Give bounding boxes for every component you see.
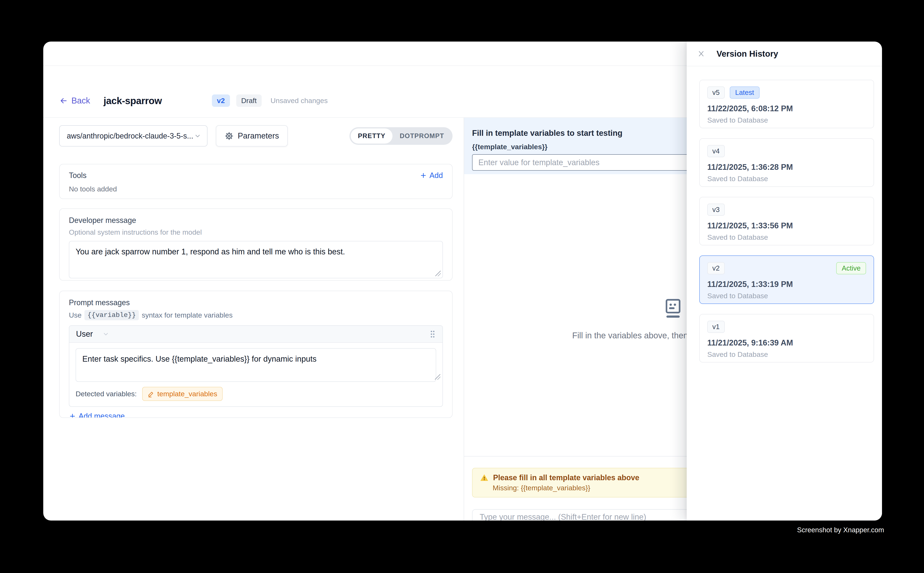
version-saved-text: Saved to Database <box>707 233 866 241</box>
robot-icon <box>663 299 683 321</box>
version-history-header: Version History <box>687 42 882 66</box>
version-saved-text: Saved to Database <box>707 350 866 359</box>
version-timestamp: 11/22/2025, 6:08:12 PM <box>707 104 866 113</box>
developer-message-card: Developer message Optional system instru… <box>59 208 453 280</box>
hint-suffix: syntax for template variables <box>142 311 233 319</box>
version-saved-text: Saved to Database <box>707 175 866 183</box>
plus-icon <box>69 413 76 418</box>
prompt-message-block: User <box>69 325 443 407</box>
latest-badge: Latest <box>730 86 759 99</box>
prompt-messages-title: Prompt messages <box>69 298 443 307</box>
version-chip: v4 <box>707 145 725 157</box>
arrow-left-icon <box>59 96 68 105</box>
role-select-value: User <box>76 330 93 338</box>
toggle-option-dotprompt[interactable]: DOTPROMPT <box>392 128 451 144</box>
version-card-v5[interactable]: v5 Latest 11/22/2025, 6:08:12 PM Saved t… <box>699 80 874 128</box>
version-history-title: Version History <box>717 49 778 59</box>
version-card-v4[interactable]: v4 11/21/2025, 1:36:28 PM Saved to Datab… <box>699 138 874 187</box>
toggle-option-pretty[interactable]: PRETTY <box>351 128 392 144</box>
back-label: Back <box>71 96 90 105</box>
version-chip: v2 <box>707 262 725 274</box>
template-syntax-hint: Use {{variable}} syntax for template var… <box>69 310 443 320</box>
version-badge-row: v4 <box>707 145 866 157</box>
active-badge: Active <box>836 262 866 274</box>
prompt-message-header: User <box>69 326 442 343</box>
version-chip: v1 <box>707 321 725 333</box>
version-timestamp: 11/21/2025, 1:33:56 PM <box>707 221 866 230</box>
warning-title: Please fill in all template variables ab… <box>493 473 639 482</box>
parameters-label: Parameters <box>238 132 279 141</box>
app-window: Back jack-sparrow v2 Draft Unsaved chang… <box>43 42 882 521</box>
model-toolbar: aws/anthropic/bedrock-claude-3-5-s... Pa… <box>59 125 453 147</box>
version-chip: v5 <box>707 86 725 99</box>
developer-message-title: Developer message <box>69 216 443 225</box>
tools-card: Tools Add No tools added <box>59 164 453 199</box>
editor-panel: aws/anthropic/bedrock-claude-3-5-s... Pa… <box>43 118 464 521</box>
prompt-message-body: Enter task specifics. Use {{template_var… <box>69 343 442 382</box>
version-list: v5 Latest 11/22/2025, 6:08:12 PM Saved t… <box>687 66 882 521</box>
model-select[interactable]: aws/anthropic/bedrock-claude-3-5-s... <box>59 125 207 147</box>
prompt-message-textarea[interactable]: Enter task specifics. Use {{template_var… <box>75 348 436 382</box>
version-timestamp: 11/21/2025, 1:36:28 PM <box>707 163 866 172</box>
add-tool-button[interactable]: Add <box>420 171 443 180</box>
detected-variables-row: Detected variables: template_variables <box>69 382 442 406</box>
desktop-background: { "header": { "back": "Back", "title": "… <box>0 0 924 573</box>
unsaved-changes-text: Unsaved changes <box>270 97 328 105</box>
plus-icon <box>420 172 427 179</box>
watermark-text: Screenshot by Xnapper.com <box>797 526 884 534</box>
version-timestamp: 11/21/2025, 1:33:19 PM <box>707 280 866 289</box>
version-card-v2-active[interactable]: v2 Active 11/21/2025, 1:33:19 PM Saved t… <box>699 255 874 304</box>
add-tool-label: Add <box>430 171 443 180</box>
developer-message-subtitle: Optional system instructions for the mod… <box>69 228 443 236</box>
variable-syntax-chip: {{variable}} <box>85 310 139 320</box>
close-icon[interactable] <box>697 50 705 58</box>
gear-icon <box>225 132 234 141</box>
drag-handle-icon[interactable] <box>430 330 436 339</box>
version-timestamp: 11/21/2025, 9:16:39 AM <box>707 338 866 348</box>
version-badge-row: v1 <box>707 321 866 333</box>
template-variable-chip-label: template_variables <box>157 390 217 398</box>
chevron-down-icon <box>102 331 109 338</box>
add-message-label: Add message <box>78 412 125 418</box>
tools-title: Tools <box>69 171 86 180</box>
role-select[interactable]: User <box>76 330 109 338</box>
version-card-v3[interactable]: v3 11/21/2025, 1:33:56 PM Saved to Datab… <box>699 197 874 245</box>
model-select-value: aws/anthropic/bedrock-claude-3-5-s... <box>67 132 194 141</box>
prompt-messages-card: Prompt messages Use {{variable}} syntax … <box>59 291 453 418</box>
back-button[interactable]: Back <box>59 96 90 105</box>
parameters-button[interactable]: Parameters <box>216 125 288 147</box>
version-badge: v2 <box>212 94 230 107</box>
format-toggle: PRETTY DOTPROMPT <box>350 127 453 145</box>
version-badge-row: v5 Latest <box>707 86 866 99</box>
version-card-v1[interactable]: v1 11/21/2025, 9:16:39 AM Saved to Datab… <box>699 314 874 362</box>
version-chip: v3 <box>707 204 725 216</box>
warning-triangle-icon <box>480 473 488 482</box>
edit-pencil-icon <box>147 391 154 397</box>
page-title: jack-sparrow <box>104 95 162 106</box>
template-variable-chip[interactable]: template_variables <box>142 387 223 401</box>
detected-variables-label: Detected variables: <box>75 390 137 398</box>
add-message-button[interactable]: Add message <box>69 412 443 418</box>
developer-message-textarea[interactable]: You are jack sparrow number 1, respond a… <box>69 241 443 278</box>
version-saved-text: Saved to Database <box>707 116 866 124</box>
version-history-panel: Version History v5 Latest 11/22/2025, 6:… <box>687 42 882 521</box>
hint-prefix: Use <box>69 311 82 319</box>
draft-badge: Draft <box>236 94 262 107</box>
tools-header: Tools Add <box>69 171 443 180</box>
developer-textarea-wrap: You are jack sparrow number 1, respond a… <box>69 241 443 278</box>
version-badge-row: v2 Active <box>707 262 866 274</box>
version-saved-text: Saved to Database <box>707 292 866 300</box>
chevron-down-icon <box>194 132 201 139</box>
version-badge-row: v3 <box>707 204 866 216</box>
tools-empty-text: No tools added <box>69 185 443 193</box>
